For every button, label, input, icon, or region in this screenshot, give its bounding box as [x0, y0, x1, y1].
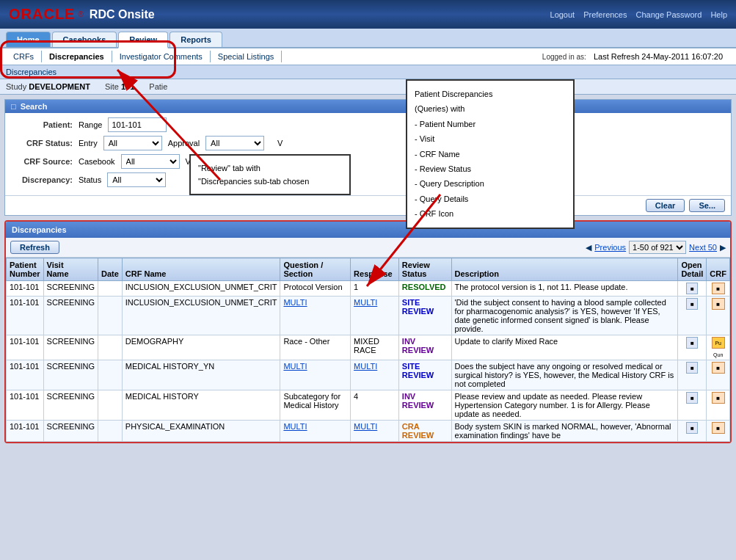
- cell-review-status: CRA REVIEW: [398, 421, 451, 442]
- cell-visit: SCREENING: [43, 335, 98, 360]
- casebook-select[interactable]: All: [121, 154, 180, 169]
- cell-crf[interactable]: ■: [707, 281, 730, 297]
- preferences-link[interactable]: Preferences: [583, 10, 627, 19]
- search-title: Search: [21, 102, 48, 111]
- cell-crf[interactable]: ■: [707, 390, 730, 421]
- search-section: □ Search Patient: Range CRF Status: Entr…: [4, 99, 732, 216]
- multi-question-link[interactable]: MULTI: [283, 298, 307, 307]
- detail-icon[interactable]: ■: [686, 298, 698, 310]
- cell-open-detail[interactable]: ■: [678, 297, 707, 335]
- discrepancies-header: Discrepancies: [6, 222, 730, 238]
- nav-tabs: Home Casebooks Review Reports: [0, 29, 736, 48]
- prev-link[interactable]: Previous: [594, 243, 626, 252]
- cell-question[interactable]: MULTI: [280, 360, 351, 390]
- col-date: Date: [98, 258, 122, 281]
- tab-review[interactable]: Review: [118, 32, 168, 48]
- crf-icon[interactable]: ■: [712, 362, 725, 374]
- clear-button[interactable]: Clear: [646, 199, 685, 212]
- header-links: Logout Preferences Change Password Help: [550, 10, 727, 19]
- change-password-link[interactable]: Change Password: [635, 10, 702, 19]
- cell-open-detail[interactable]: ■: [678, 360, 707, 390]
- cell-open-detail[interactable]: ■: [678, 390, 707, 421]
- cell-crf[interactable]: ■: [707, 360, 730, 390]
- cell-response[interactable]: MULTI: [351, 421, 399, 442]
- crf-special-icon[interactable]: PuQun: [712, 337, 725, 349]
- cell-crf[interactable]: PuQun: [707, 335, 730, 360]
- detail-icon[interactable]: ■: [686, 422, 698, 434]
- cell-visit: SCREENING: [43, 360, 98, 390]
- cell-description: 'Did the subject consent to having a blo…: [451, 297, 678, 335]
- detail-icon[interactable]: ■: [686, 362, 698, 374]
- cell-crf-name: INCLUSION_EXCLUSION_UNMET_CRIT: [122, 297, 280, 335]
- cell-open-detail[interactable]: ■: [678, 281, 707, 297]
- study-label: Study: [6, 82, 29, 91]
- multi-response-link[interactable]: MULTI: [354, 422, 377, 431]
- table-container: PatientNumber VisitName Date CRF Name Qu…: [6, 258, 730, 442]
- col-question: Question /Section: [280, 258, 351, 281]
- cell-date: [98, 360, 122, 390]
- tab-casebooks[interactable]: Casebooks: [52, 32, 117, 47]
- col-response: Response: [351, 258, 399, 281]
- status-label: Status: [79, 175, 101, 184]
- tab-home[interactable]: Home: [6, 32, 51, 47]
- crf-icon[interactable]: ■: [712, 422, 725, 434]
- multi-question-link[interactable]: MULTI: [283, 422, 307, 431]
- page-select[interactable]: 1-50 of 921: [629, 241, 686, 254]
- visit-select[interactable]: All: [206, 154, 250, 169]
- cell-response[interactable]: MULTI: [351, 360, 399, 390]
- detail-icon[interactable]: ■: [686, 337, 698, 349]
- cell-response: MIXED RACE: [351, 335, 399, 360]
- visit-label: Visit: [186, 157, 201, 166]
- sub-tab-discrepancies[interactable]: Discrepancies: [42, 51, 112, 62]
- discrepancies-toolbar: Refresh ◀ Previous 1-50 of 921 Next 50 ▶: [6, 238, 730, 258]
- crf-icon[interactable]: ■: [712, 283, 725, 294]
- cell-question[interactable]: MULTI: [280, 421, 351, 442]
- sub-tab-investigator-comments[interactable]: Investigator Comments: [112, 51, 211, 62]
- cell-crf-name: PHYSICAL_EXAMINATION: [122, 421, 280, 442]
- table-row: 101-101 SCREENING INCLUSION_EXCLUSION_UN…: [7, 281, 730, 297]
- cell-open-detail[interactable]: ■: [678, 335, 707, 360]
- multi-response-link[interactable]: MULTI: [354, 298, 377, 307]
- patient-range-input[interactable]: [108, 117, 167, 132]
- cell-patient: 101-101: [7, 297, 44, 335]
- cell-patient: 101-101: [7, 281, 44, 297]
- multi-response-link[interactable]: MULTI: [354, 362, 377, 371]
- search-button[interactable]: Se...: [689, 199, 725, 212]
- entry-label: Entry: [79, 139, 98, 148]
- next-link[interactable]: Next 50: [689, 243, 717, 252]
- approval-select[interactable]: All: [205, 136, 264, 150]
- cell-response[interactable]: MULTI: [351, 297, 399, 335]
- breadcrumb: Discrepancies: [0, 65, 736, 79]
- crf-status-label: CRF Status:: [14, 139, 73, 148]
- cell-crf-name: DEMOGRAPHY: [122, 335, 280, 360]
- cell-patient: 101-101: [7, 335, 44, 360]
- detail-icon[interactable]: ■: [686, 392, 698, 404]
- detail-icon[interactable]: ■: [686, 283, 698, 294]
- table-header-row: PatientNumber VisitName Date CRF Name Qu…: [7, 258, 730, 281]
- tab-reports[interactable]: Reports: [170, 32, 222, 47]
- crf-icon[interactable]: ■: [712, 392, 725, 404]
- entry-select[interactable]: All: [103, 136, 162, 150]
- crf-icon[interactable]: ■: [712, 298, 725, 310]
- patient-row: Patient: Range: [14, 117, 722, 132]
- sub-tab-special-listings[interactable]: Special Listings: [211, 51, 282, 62]
- oracle-logo: ORACLE: [9, 6, 75, 23]
- cell-review-status: RESOLVED: [398, 281, 451, 297]
- help-link[interactable]: Help: [710, 10, 727, 19]
- discrepancy-status-select[interactable]: All: [107, 172, 166, 187]
- multi-question-link[interactable]: MULTI: [283, 362, 307, 371]
- collapse-btn[interactable]: □: [11, 102, 16, 111]
- cell-question[interactable]: MULTI: [280, 297, 351, 335]
- cell-visit: SCREENING: [43, 297, 98, 335]
- cell-crf[interactable]: ■: [707, 421, 730, 442]
- discrepancy-label: Discrepancy:: [14, 175, 73, 184]
- cell-patient: 101-101: [7, 421, 44, 442]
- cell-open-detail[interactable]: ■: [678, 421, 707, 442]
- refresh-button[interactable]: Refresh: [10, 241, 59, 254]
- cell-crf[interactable]: ■: [707, 297, 730, 335]
- sub-tab-crfs[interactable]: CRFs: [6, 51, 42, 62]
- col-visit-name: VisitName: [43, 258, 98, 281]
- cell-crf-name: MEDICAL HISTORY_YN: [122, 360, 280, 390]
- logout-link[interactable]: Logout: [550, 10, 575, 19]
- crf-name-select[interactable]: All: [302, 154, 346, 169]
